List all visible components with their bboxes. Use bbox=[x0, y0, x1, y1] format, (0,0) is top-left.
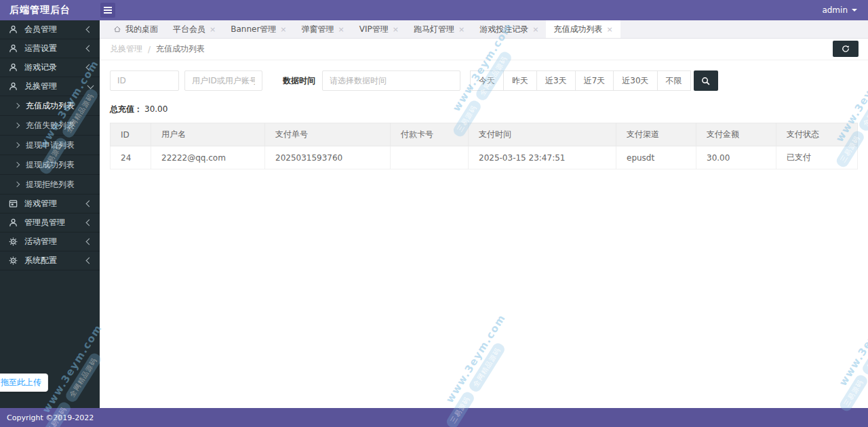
tab-bar: 我的桌面 平台会员 × Banner管理 × 弹窗管理 × VIP管理 × 跑马… bbox=[100, 20, 868, 39]
window-icon bbox=[8, 199, 18, 209]
chevron-left-icon bbox=[86, 258, 93, 264]
breadcrumb-current: 充值成功列表 bbox=[156, 43, 205, 55]
col-username: 用户名 bbox=[151, 123, 265, 146]
chevron-left-icon bbox=[86, 64, 93, 71]
close-icon[interactable]: × bbox=[280, 25, 286, 34]
chevron-right-icon bbox=[14, 182, 20, 187]
close-icon[interactable]: × bbox=[458, 25, 465, 34]
quick-range-group: 今天 昨天 近3天 近7天 近30天 不限 bbox=[470, 70, 691, 91]
tab-platform-members[interactable]: 平台会员 × bbox=[165, 20, 223, 38]
sidebar-item-operation-settings[interactable]: 运营设置 bbox=[0, 39, 100, 58]
tab-recharge-success[interactable]: 充值成功列表 × bbox=[546, 20, 620, 38]
sidebar: 会员管理 运营设置 游戏记录 兑换管理 充值成功列表 充值失败列表 提现申请列表… bbox=[0, 20, 100, 408]
range-today-button[interactable]: 今天 bbox=[470, 70, 504, 91]
tab-marquee-mgmt[interactable]: 跑马灯管理 × bbox=[406, 20, 472, 38]
chevron-left-icon bbox=[86, 201, 93, 207]
chevron-right-icon bbox=[14, 142, 20, 148]
gear-icon bbox=[8, 237, 18, 247]
chevron-left-icon bbox=[86, 220, 93, 226]
search-button[interactable] bbox=[694, 70, 718, 91]
close-icon[interactable]: × bbox=[338, 25, 344, 34]
total-recharge-summary: 总充值：30.00 bbox=[110, 104, 858, 115]
breadcrumb-separator: / bbox=[148, 45, 151, 54]
sidebar-item-exchange-mgmt[interactable]: 兑换管理 bbox=[0, 77, 100, 96]
date-range-input[interactable] bbox=[322, 70, 460, 91]
chevron-left-icon bbox=[86, 45, 93, 52]
close-icon[interactable]: × bbox=[210, 25, 216, 34]
range-7days-button[interactable]: 近7天 bbox=[575, 70, 614, 91]
total-recharge-value: 30.00 bbox=[144, 104, 167, 114]
chevron-left-icon bbox=[86, 26, 93, 33]
col-pay-time: 支付时间 bbox=[469, 123, 616, 146]
sidebar-item-game-mgmt[interactable]: 游戏管理 bbox=[0, 195, 100, 214]
search-icon bbox=[701, 76, 711, 86]
cell-username: 22222@qq.com bbox=[151, 146, 265, 169]
tab-vip-mgmt[interactable]: VIP管理 × bbox=[352, 20, 406, 38]
cell-id: 24 bbox=[111, 146, 151, 169]
hamburger-menu-icon[interactable] bbox=[100, 3, 115, 18]
col-card-no: 付款卡号 bbox=[391, 123, 469, 146]
col-pay-amount: 支付金额 bbox=[696, 123, 776, 146]
user-icon bbox=[8, 62, 18, 73]
total-recharge-label: 总充值： bbox=[110, 104, 142, 114]
close-icon[interactable]: × bbox=[606, 25, 612, 34]
refresh-icon bbox=[841, 44, 850, 54]
sidebar-subitem-withdraw-rejected[interactable]: 提现拒绝列表 bbox=[0, 175, 100, 195]
user-icon bbox=[8, 81, 18, 92]
user-menu[interactable]: admin bbox=[822, 5, 868, 15]
sidebar-item-member-mgmt[interactable]: 会员管理 bbox=[0, 20, 100, 39]
app-title: 后端管理后台 bbox=[0, 4, 98, 16]
footer: Copyright ©2019-2022 bbox=[0, 408, 868, 427]
top-header: 后端管理后台 admin bbox=[0, 0, 868, 20]
id-input[interactable] bbox=[110, 70, 179, 91]
cell-pay-channel: epusdt bbox=[616, 146, 696, 169]
sidebar-subitem-recharge-failed[interactable]: 充值失败列表 bbox=[0, 116, 100, 136]
tab-popup-mgmt[interactable]: 弹窗管理 × bbox=[294, 20, 352, 38]
close-icon[interactable]: × bbox=[393, 25, 399, 34]
home-icon bbox=[113, 25, 121, 33]
range-3days-button[interactable]: 近3天 bbox=[536, 70, 576, 91]
col-pay-status: 支付状态 bbox=[776, 123, 858, 146]
chevron-right-icon bbox=[14, 103, 20, 108]
user-name: admin bbox=[822, 5, 848, 15]
range-yesterday-button[interactable]: 昨天 bbox=[503, 70, 537, 91]
main-content: 我的桌面 平台会员 × Banner管理 × 弹窗管理 × VIP管理 × 跑马… bbox=[100, 20, 868, 408]
drag-upload-hint[interactable]: 拖至此上传 bbox=[0, 373, 48, 392]
col-pay-channel: 支付渠道 bbox=[616, 123, 696, 146]
table-row: 24 22222@qq.com 2025031593760 2025-03-15… bbox=[111, 146, 858, 169]
user-icon bbox=[8, 24, 18, 35]
breadcrumb: 兑换管理 / 充值成功列表 bbox=[100, 39, 868, 60]
sidebar-item-game-records[interactable]: 游戏记录 bbox=[0, 58, 100, 77]
tab-bet-records[interactable]: 游戏投注记录 × bbox=[472, 20, 546, 38]
refresh-button[interactable] bbox=[833, 41, 859, 57]
chevron-left-icon bbox=[86, 239, 93, 245]
col-payment-no: 支付单号 bbox=[265, 123, 391, 146]
close-icon[interactable]: × bbox=[532, 25, 538, 34]
range-30days-button[interactable]: 近30天 bbox=[613, 70, 657, 91]
admin-user-icon bbox=[8, 218, 18, 228]
chevron-down-icon bbox=[852, 9, 857, 12]
sidebar-item-admin-mgmt[interactable]: 管理员管理 bbox=[0, 214, 100, 232]
col-id: ID bbox=[111, 123, 151, 146]
range-unlimited-button[interactable]: 不限 bbox=[657, 70, 691, 91]
gear-icon bbox=[8, 256, 18, 266]
sidebar-item-activity-mgmt[interactable]: 活动管理 bbox=[0, 232, 100, 251]
sidebar-subitem-recharge-success[interactable]: 充值成功列表 bbox=[0, 96, 100, 116]
sidebar-item-system-config[interactable]: 系统配置 bbox=[0, 251, 100, 270]
cell-payment-no: 2025031593760 bbox=[265, 146, 391, 169]
tab-banner-mgmt[interactable]: Banner管理 × bbox=[223, 20, 294, 38]
tab-my-desktop[interactable]: 我的桌面 bbox=[106, 20, 165, 38]
user-icon bbox=[8, 43, 18, 54]
date-filter-label: 数据时间 bbox=[283, 75, 315, 87]
sidebar-subitem-withdraw-apply[interactable]: 提现申请列表 bbox=[0, 136, 100, 155]
chevron-down-icon bbox=[87, 82, 94, 89]
cell-pay-amount: 30.00 bbox=[696, 146, 776, 169]
cell-pay-status: 已支付 bbox=[776, 146, 858, 169]
sidebar-subitem-withdraw-success[interactable]: 提现成功列表 bbox=[0, 155, 100, 175]
table-header-row: ID 用户名 支付单号 付款卡号 支付时间 支付渠道 支付金额 支付状态 bbox=[111, 123, 858, 146]
chevron-right-icon bbox=[14, 123, 20, 128]
cell-pay-time: 2025-03-15 23:47:51 bbox=[469, 146, 616, 169]
user-id-input[interactable] bbox=[184, 70, 262, 91]
breadcrumb-parent: 兑换管理 bbox=[110, 43, 142, 55]
copyright-text: Copyright ©2019-2022 bbox=[7, 413, 94, 422]
